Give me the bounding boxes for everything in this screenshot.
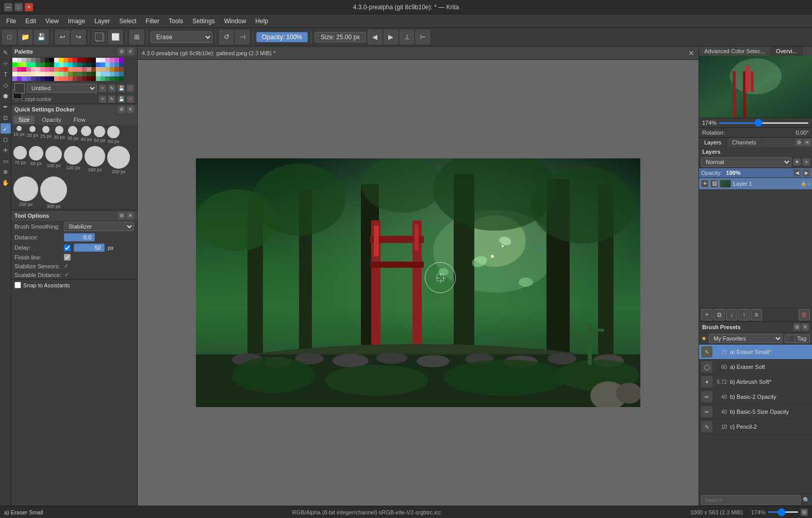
menu-edit[interactable]: Edit — [21, 17, 40, 26]
menu-window[interactable]: Window — [220, 17, 251, 26]
color-swatch[interactable] — [82, 76, 87, 81]
layers-filter-btn[interactable]: ▼ — [793, 158, 801, 166]
bp-search-input[interactable] — [701, 495, 801, 505]
brush-size-50[interactable]: 50 px — [94, 126, 105, 144]
foreground-color-swatch[interactable] — [14, 83, 25, 93]
menu-file[interactable]: File — [2, 17, 20, 26]
save-button[interactable]: 💾 — [34, 30, 48, 44]
color-swatch[interactable] — [110, 67, 114, 72]
open-button[interactable]: 📁 — [18, 30, 32, 44]
color-swatch[interactable] — [73, 76, 77, 81]
palette-header[interactable]: Palette ⚙ ✕ — [11, 46, 137, 57]
color-swatch[interactable] — [110, 76, 114, 81]
color-swatch[interactable] — [49, 58, 54, 62]
finish-line-checkbox[interactable] — [64, 254, 71, 261]
menu-layer[interactable]: Layer — [90, 17, 114, 26]
brush-size-30[interactable]: 30 px — [54, 126, 65, 144]
color-swatch[interactable] — [49, 76, 54, 81]
color-swatch[interactable] — [82, 72, 87, 76]
color-swatch[interactable] — [101, 72, 105, 76]
color-swatch[interactable] — [119, 76, 124, 81]
color-swatch[interactable] — [45, 67, 49, 72]
distance-input[interactable] — [64, 233, 95, 241]
brush-size-16[interactable]: 16 px — [13, 126, 25, 144]
color-swatch[interactable] — [77, 62, 82, 67]
color-swatch[interactable] — [114, 58, 119, 62]
canvas-close-button[interactable]: ✕ — [688, 49, 694, 57]
tab-channels[interactable]: Channels — [727, 138, 761, 147]
color-swatch[interactable] — [91, 72, 96, 76]
color-swatch[interactable] — [82, 58, 87, 62]
color-swatch[interactable] — [101, 67, 105, 72]
tool-freehand[interactable]: ✎ — [1, 47, 11, 58]
brush-size-160[interactable]: 160 px — [85, 146, 105, 174]
color-swatch[interactable] — [77, 76, 82, 81]
brush-size-120[interactable]: 120 px — [64, 146, 82, 174]
layer-move-up-button[interactable]: ↑ — [738, 309, 750, 320]
color-swatch[interactable] — [26, 72, 31, 76]
color-swatch[interactable] — [68, 67, 73, 72]
color-swatch[interactable] — [54, 76, 59, 81]
qs-tab-flow[interactable]: Flow — [69, 116, 91, 124]
brush-size-200[interactable]: 200 px — [107, 146, 130, 174]
color-swatch[interactable] — [114, 67, 119, 72]
color-swatch[interactable] — [26, 67, 31, 72]
bp-settings-btn[interactable]: ⚙ — [793, 323, 801, 331]
snap-checkbox[interactable] — [14, 282, 21, 288]
layer-alpha-icon[interactable]: α — [807, 181, 810, 186]
color-swatch[interactable] — [101, 76, 105, 81]
layers-opacity-increase[interactable]: ▶ — [803, 169, 810, 176]
tool-select-rect[interactable]: ▭ — [1, 156, 11, 166]
color-swatch[interactable] — [12, 58, 17, 62]
color-swatch[interactable] — [22, 58, 26, 62]
color-swatch[interactable] — [87, 67, 91, 72]
color-swatch[interactable] — [101, 58, 105, 62]
qs-tab-opacity[interactable]: Opacity — [37, 116, 66, 124]
color-swatch[interactable] — [114, 62, 119, 67]
zoom-slider[interactable] — [719, 122, 809, 124]
bp-item-basic2[interactable]: ✏ 40 b) Basic-2 Opacity — [699, 390, 812, 404]
blend-mode-select[interactable]: Normal — [701, 157, 791, 167]
color-swatch[interactable] — [36, 67, 40, 72]
bp-close-btn[interactable]: ✕ — [802, 323, 809, 331]
color-swatch[interactable] — [68, 72, 73, 76]
color-swatch[interactable] — [63, 58, 68, 62]
color-swatch[interactable] — [45, 58, 49, 62]
color-swatch[interactable] — [49, 72, 54, 76]
color-swatch[interactable] — [119, 72, 124, 76]
tab-advanced-color[interactable]: Advanced Color Selec... — [699, 46, 771, 56]
menu-view[interactable]: View — [41, 17, 63, 26]
color-swatch[interactable] — [12, 62, 17, 67]
brush-size-300[interactable]: 300 px — [40, 176, 67, 209]
color-swatch[interactable] — [87, 72, 91, 76]
layer-properties-button[interactable]: ≡ — [751, 309, 762, 320]
color-swatch[interactable] — [114, 72, 119, 76]
color-swatch[interactable] — [119, 67, 124, 72]
brush-size-25[interactable]: 25 px — [40, 126, 52, 144]
layers-actions-btn[interactable]: ≡ — [803, 158, 810, 166]
color-swatch[interactable] — [40, 62, 45, 67]
color-swatch[interactable] — [12, 76, 17, 81]
color-swatch[interactable] — [12, 72, 17, 76]
color-swatch[interactable] — [91, 76, 96, 81]
color-swatch[interactable] — [40, 72, 45, 76]
canvas-wrapper[interactable] — [138, 60, 699, 506]
color-swatch[interactable] — [119, 58, 124, 62]
tool-brush[interactable]: 🖌 — [1, 123, 11, 134]
menu-help[interactable]: Help — [251, 17, 272, 26]
palette-settings-btn[interactable]: ⚙ — [118, 48, 125, 55]
color-swatch[interactable] — [63, 76, 68, 81]
color-swatch[interactable] — [96, 62, 101, 67]
tool-options-close-btn[interactable]: ✕ — [127, 212, 134, 219]
color-swatch[interactable] — [22, 76, 26, 81]
brush-size-250[interactable]: 250 px — [13, 176, 38, 209]
color-swatch[interactable] — [31, 62, 36, 67]
fg-color-btn[interactable] — [92, 30, 107, 44]
menu-select[interactable]: Select — [115, 17, 140, 26]
brush-size-60[interactable]: 60 px — [107, 126, 120, 144]
menu-filter[interactable]: Filter — [142, 17, 164, 26]
palette-save-btn[interactable]: 💾 — [118, 85, 125, 92]
color-swatch[interactable] — [114, 76, 119, 81]
color-swatch[interactable] — [17, 67, 22, 72]
color-swatch[interactable] — [87, 76, 91, 81]
